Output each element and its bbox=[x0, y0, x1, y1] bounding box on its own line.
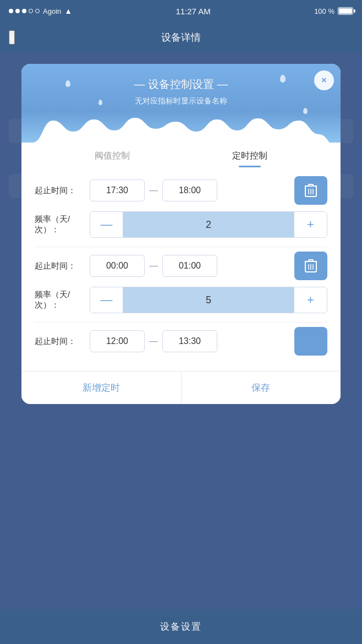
status-bar: Agoin ▲ 11:27 AM 100 % bbox=[0, 0, 362, 22]
schedule-1-time-row: 起止时间： 17:30 — 18:00 bbox=[35, 176, 327, 205]
schedule-2-freq-label: 频率（天/次）： bbox=[35, 290, 90, 310]
schedule-3-time-inputs: 12:00 — 13:30 bbox=[90, 330, 289, 352]
schedule-1-time-inputs: 17:30 — 18:00 bbox=[90, 179, 289, 201]
schedule-1-freq-row: 频率（天/次）： — 2 + bbox=[35, 211, 327, 238]
modal-footer: 新增定时 保存 bbox=[21, 371, 341, 404]
signal-dots bbox=[9, 9, 40, 13]
schedule-2-freq-controls: — 5 + bbox=[90, 287, 327, 313]
battery-label: 100 % bbox=[314, 7, 334, 15]
battery-icon bbox=[338, 7, 353, 15]
schedule-3-start-time[interactable]: 12:00 bbox=[90, 330, 145, 352]
tab-timer-control[interactable]: 定时控制 bbox=[181, 143, 319, 167]
modal-subtitle: 无对应指标时显示设备名称 bbox=[32, 96, 330, 106]
schedule-2-time-label: 起止时间： bbox=[35, 261, 90, 271]
schedule-3-time-row: 起止时间： 12:00 — 13:30 bbox=[35, 327, 327, 356]
water-drop-4 bbox=[303, 108, 308, 114]
schedule-2-end-time[interactable]: 01:00 bbox=[162, 255, 217, 277]
schedule-2-start-time[interactable]: 00:00 bbox=[90, 255, 145, 277]
tab-valve-control[interactable]: 阀值控制 bbox=[43, 143, 181, 167]
schedule-3-time-label: 起止时间： bbox=[35, 336, 90, 347]
schedule-2-time-row: 起止时间： 00:00 — 01:00 bbox=[35, 252, 327, 280]
device-settings-label: 设备设置 bbox=[160, 620, 202, 633]
schedule-1-start-time[interactable]: 17:30 bbox=[90, 179, 145, 201]
modal-dialog: × — 设备控制设置 — 无对应指标时显示设备名称 阀值控制 定时控制 bbox=[21, 64, 341, 404]
schedule-2-dash: — bbox=[149, 261, 158, 271]
schedule-1-delete-button[interactable] bbox=[294, 176, 327, 205]
status-left: Agoin ▲ bbox=[9, 7, 72, 15]
save-button[interactable]: 保存 bbox=[182, 372, 341, 404]
schedule-1-plus-button[interactable]: + bbox=[294, 212, 327, 237]
schedule-2-plus-button[interactable]: + bbox=[294, 287, 327, 313]
schedule-1-minus-button[interactable]: — bbox=[90, 212, 123, 237]
schedule-2-freq-value: 5 bbox=[123, 287, 294, 313]
modal-title-area: — 设备控制设置 — 无对应指标时显示设备名称 bbox=[32, 77, 330, 106]
modal-overlay: × — 设备控制设置 — 无对应指标时显示设备名称 阀值控制 定时控制 bbox=[0, 53, 362, 644]
schedule-1-freq-label: 频率（天/次）： bbox=[35, 214, 90, 235]
schedule-1-freq-controls: — 2 + bbox=[90, 211, 327, 238]
dot2 bbox=[15, 9, 20, 13]
battery-fill bbox=[339, 8, 352, 14]
dot4 bbox=[29, 9, 33, 13]
nav-bar: ‹ 设备详情 bbox=[0, 22, 362, 53]
cloud-decoration bbox=[32, 115, 330, 143]
dot3 bbox=[22, 9, 26, 13]
schedule-2-minus-button[interactable]: — bbox=[90, 287, 123, 313]
schedule-3-dash: — bbox=[149, 336, 158, 346]
schedule-block-3: 起止时间： 12:00 — 13:30 bbox=[35, 327, 327, 364]
dot5 bbox=[35, 9, 40, 13]
schedule-block-1: 起止时间： 17:30 — 18:00 bbox=[35, 176, 327, 247]
schedule-2-delete-button[interactable] bbox=[294, 252, 327, 280]
modal-tabs: 阀值控制 定时控制 bbox=[21, 143, 341, 167]
modal-title: — 设备控制设置 — bbox=[32, 77, 330, 92]
schedule-1-dash: — bbox=[149, 185, 158, 195]
schedule-block-2: 起止时间： 00:00 — 01:00 bbox=[35, 252, 327, 323]
modal-body: 起止时间： 17:30 — 18:00 bbox=[21, 167, 341, 364]
schedule-1-end-time[interactable]: 18:00 bbox=[162, 179, 217, 201]
carrier-label: Agoin bbox=[43, 7, 61, 15]
wifi-icon: ▲ bbox=[64, 7, 72, 15]
nav-title: 设备详情 bbox=[161, 31, 201, 44]
schedule-2-time-inputs: 00:00 — 01:00 bbox=[90, 255, 289, 277]
status-right: 100 % bbox=[314, 7, 353, 15]
status-time: 11:27 AM bbox=[175, 7, 210, 16]
schedule-2-freq-row: 频率（天/次）： — 5 + bbox=[35, 287, 327, 313]
schedule-3-end-time[interactable]: 13:30 bbox=[162, 330, 217, 352]
schedule-1-freq-value: 2 bbox=[123, 212, 294, 237]
schedule-1-time-label: 起止时间： bbox=[35, 185, 90, 196]
schedule-3-delete-placeholder bbox=[294, 327, 327, 356]
modal-header: × — 设备控制设置 — 无对应指标时显示设备名称 bbox=[21, 64, 341, 143]
dot1 bbox=[9, 9, 13, 13]
back-button[interactable]: ‹ bbox=[9, 30, 15, 45]
add-schedule-button[interactable]: 新增定时 bbox=[21, 372, 182, 404]
bottom-bar: 设备设置 bbox=[0, 609, 362, 644]
